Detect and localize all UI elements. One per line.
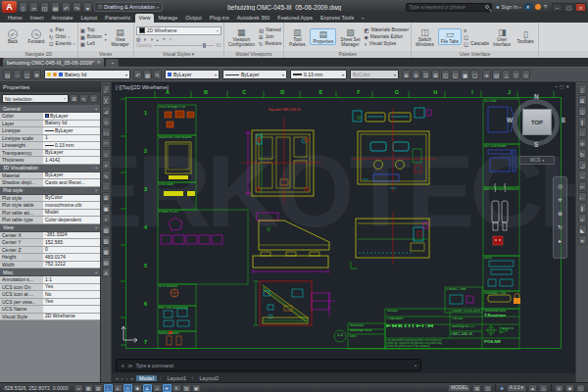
- table-tool-icon[interactable]: ▤: [102, 257, 111, 267]
- cascade-button[interactable]: ◱Cascade: [464, 41, 489, 47]
- tile-horizontally-button[interactable]: ≡: [464, 27, 489, 33]
- sign-in-button[interactable]: ☻ Sign In ▾: [495, 4, 520, 10]
- linetype-dropdown[interactable]: ByLayer▾: [222, 70, 287, 79]
- viewport-controls[interactable]: [-][Top][2D Wireframe]: [116, 84, 169, 90]
- viewcube-east[interactable]: E: [562, 117, 565, 123]
- make-block-tool-icon[interactable]: ▣: [102, 203, 111, 213]
- property-row[interactable]: TransparencyByLayer: [0, 150, 100, 158]
- quick-select-button[interactable]: ▽: [89, 94, 98, 103]
- layout2-tab[interactable]: Layout2: [197, 375, 222, 381]
- layer-dropdown[interactable]: Battery lid ▾: [44, 70, 130, 79]
- zoom-previous-icon[interactable]: ⊞: [431, 70, 440, 79]
- close-file-tab-icon[interactable]: ✕: [97, 60, 101, 65]
- property-row[interactable]: Shadow displ...Casts and Recei...: [0, 179, 100, 187]
- layer-state-icon[interactable]: ▦: [143, 70, 152, 79]
- toolbars-button[interactable]: ▯ Toolbars: [514, 29, 536, 44]
- move-down-icon[interactable]: ▽: [512, 70, 520, 79]
- erase-tool-icon[interactable]: ▯: [578, 84, 587, 94]
- tab-manage[interactable]: Manage: [154, 14, 181, 23]
- model-tab[interactable]: Model: [136, 375, 157, 381]
- zoom-window-icon[interactable]: ⊕: [402, 70, 411, 79]
- properties-palette-button[interactable]: ▤ Properties: [310, 28, 336, 45]
- toolbar-lock-icon[interactable]: ◉: [565, 384, 574, 392]
- palette-section-header[interactable]: View▴: [0, 224, 100, 232]
- join-tool-icon[interactable]: ∪: [578, 214, 587, 223]
- last-layout-icon[interactable]: »: [130, 375, 133, 381]
- redo-icon[interactable]: ↷: [73, 2, 81, 12]
- array-tool-icon[interactable]: ∷: [578, 127, 587, 137]
- extents-button[interactable]: ⊡Extents▾: [49, 41, 75, 47]
- break-tool-icon[interactable]: ∦: [578, 203, 587, 213]
- steering-wheel-icon[interactable]: ◎: [556, 181, 565, 191]
- tab-layout[interactable]: Layout: [76, 14, 101, 23]
- layer-isolate-icon[interactable]: ◫: [23, 70, 31, 79]
- point-tool-icon[interactable]: •: [102, 214, 111, 223]
- command-input[interactable]: Type a command: [135, 363, 172, 368]
- panel-label[interactable]: Views: [78, 51, 133, 58]
- grid-display-toggle[interactable]: ▤: [94, 384, 103, 392]
- style-icon[interactable]: ◐: [143, 36, 146, 42]
- user-interface-button[interactable]: ◨ UserInterface: [491, 27, 513, 47]
- pan-button[interactable]: ✛Pan: [49, 27, 75, 33]
- drawing-canvas[interactable]: ERKOTECH: [112, 82, 575, 373]
- style-icon[interactable]: ◑: [150, 36, 153, 42]
- view-bottom-button[interactable]: ▣Bottom: [80, 34, 102, 40]
- revcloud-tool-icon[interactable]: ≈: [102, 160, 111, 170]
- next-layout-icon[interactable]: ›: [125, 375, 127, 381]
- viewcube[interactable]: N W E S TOP WCS▾: [510, 95, 566, 179]
- property-row[interactable]: Lineweight0.13 mm: [0, 142, 100, 150]
- named-viewports-button[interactable]: ▤Named: [259, 27, 281, 33]
- visual-styles-palette-button[interactable]: ◐Visual Styles: [365, 41, 410, 47]
- trim-tool-icon[interactable]: ✂: [578, 181, 587, 191]
- style-icon[interactable]: ◔: [169, 36, 172, 42]
- customize-icon[interactable]: ✛: [121, 363, 124, 368]
- orbit-tool-icon[interactable]: ↻: [556, 222, 565, 232]
- scale-tool-icon[interactable]: ◿: [578, 160, 587, 170]
- vp-minimize-icon[interactable]: ─: [555, 84, 558, 89]
- visual-style-dropdown[interactable]: 2D Wireframe▾: [136, 26, 221, 35]
- palette-title[interactable]: Properties: [0, 82, 100, 92]
- property-row[interactable]: Center Z0: [0, 247, 100, 255]
- polar-tracking-toggle[interactable]: ∠: [114, 384, 122, 392]
- view-manager-button[interactable]: ▤ ViewManager: [110, 27, 131, 47]
- wcs-dropdown[interactable]: WCS▾: [519, 156, 555, 165]
- property-row[interactable]: LayerBattery lid: [0, 121, 100, 128]
- palette-section-header[interactable]: Misc▴: [0, 269, 100, 276]
- layer-match-icon[interactable]: ✎: [153, 70, 162, 79]
- annotation-scale-button[interactable]: A 1:1 ▾: [507, 384, 526, 392]
- ellipse-tool-icon[interactable]: ◌: [102, 181, 111, 191]
- filter-icon[interactable]: ◇: [521, 70, 530, 79]
- named-views-icon[interactable]: ▣: [461, 70, 469, 79]
- ribbon-minimize-icon[interactable]: ▾: [362, 14, 364, 23]
- layer-properties-manager-icon[interactable]: ▤: [3, 70, 12, 79]
- tile-vertically-button[interactable]: ◰: [464, 34, 489, 40]
- hatch-tool-icon[interactable]: ▨: [102, 224, 111, 234]
- object-snap-toggle[interactable]: ◇: [123, 384, 132, 392]
- save-icon[interactable]: ◫: [40, 2, 49, 12]
- transparency-toggle[interactable]: ▨: [182, 384, 191, 392]
- palette-section-header[interactable]: General▴: [0, 105, 100, 113]
- sheet-set-manager-button[interactable]: ▧ Sheet SetManager: [338, 27, 362, 47]
- snap-mode-toggle[interactable]: ▦: [84, 384, 93, 392]
- dynamic-ucs-toggle[interactable]: ⊿: [153, 384, 162, 392]
- chamfer-tool-icon[interactable]: ◣: [578, 224, 587, 234]
- toggle-pickadd-button[interactable]: ⊞: [70, 94, 78, 103]
- close-button[interactable]: ✕: [575, 3, 586, 12]
- vp-restore-icon[interactable]: ▢: [560, 84, 564, 89]
- layer-off-icon[interactable]: ☼: [13, 70, 22, 79]
- region-tool-icon[interactable]: ▦: [102, 246, 111, 256]
- rectangle-tool-icon[interactable]: ▭: [102, 127, 111, 137]
- select-objects-button[interactable]: ↖: [79, 94, 88, 103]
- viewcube-top-face[interactable]: TOP: [522, 109, 552, 135]
- mtext-tool-icon[interactable]: A: [102, 268, 111, 277]
- construction-line-tool-icon[interactable]: ╳: [102, 95, 111, 105]
- circle-tool-icon[interactable]: ○: [102, 149, 111, 159]
- prev-layout-icon[interactable]: ‹: [122, 375, 123, 381]
- panel-label[interactable]: Model Viewports: [224, 51, 284, 58]
- quick-view-drawings-icon[interactable]: ◫: [483, 384, 492, 392]
- orbit-icon[interactable]: ◱: [451, 70, 460, 79]
- file-tabs-button[interactable]: ▭ File Tabs: [438, 28, 462, 45]
- switch-windows-button[interactable]: ◫ SwitchWindows: [414, 27, 436, 47]
- arc-tool-icon[interactable]: ◠: [102, 138, 111, 148]
- first-layout-icon[interactable]: «: [116, 375, 119, 381]
